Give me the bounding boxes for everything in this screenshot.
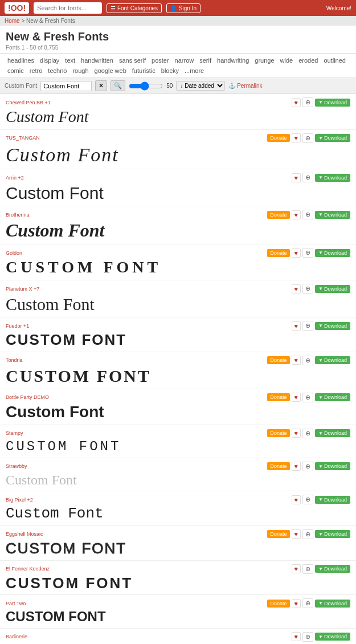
category-tab-display[interactable]: display bbox=[38, 56, 61, 64]
font-name-link[interactable]: Goldon bbox=[6, 250, 22, 256]
donate-button[interactable]: Donate bbox=[267, 530, 289, 538]
zip-button[interactable]: ⊕ bbox=[302, 462, 313, 471]
donate-button[interactable]: Donate bbox=[267, 462, 289, 470]
category-tab-text[interactable]: text bbox=[63, 56, 77, 64]
download-button[interactable]: Download bbox=[315, 633, 350, 641]
download-button[interactable]: Download bbox=[315, 496, 350, 504]
donate-button[interactable]: Donate bbox=[267, 356, 289, 364]
category-tab-poster[interactable]: poster bbox=[150, 56, 171, 64]
favorite-button[interactable]: ♥ bbox=[292, 98, 301, 107]
font-name-link[interactable]: Fuedor bbox=[6, 323, 22, 329]
zip-button[interactable]: ⊕ bbox=[302, 495, 313, 504]
font-name-link[interactable]: Tondria bbox=[6, 357, 23, 363]
favorite-button[interactable]: ♥ bbox=[292, 632, 301, 641]
category-tab-outlined[interactable]: outlined bbox=[322, 56, 347, 64]
download-button[interactable]: Download bbox=[315, 249, 350, 257]
favorite-button[interactable]: ♥ bbox=[292, 356, 301, 365]
zip-button[interactable]: ⊕ bbox=[302, 248, 313, 258]
category-tab-handwritten[interactable]: handwritten bbox=[79, 56, 115, 64]
download-button[interactable]: Download bbox=[315, 565, 350, 573]
category-tab-serif[interactable]: serif bbox=[198, 56, 213, 64]
search-input[interactable] bbox=[34, 2, 102, 14]
zip-button[interactable]: ⊕ bbox=[302, 97, 313, 107]
favorite-button[interactable]: ♥ bbox=[292, 599, 301, 608]
zip-button[interactable]: ⊕ bbox=[302, 598, 313, 608]
favorite-button[interactable]: ♥ bbox=[292, 321, 301, 331]
zip-button[interactable]: ⊕ bbox=[302, 133, 313, 143]
search-button[interactable]: 🔍 bbox=[111, 80, 125, 91]
zip-button[interactable]: ⊕ bbox=[302, 632, 313, 642]
category-tab-retro[interactable]: retro bbox=[28, 67, 44, 75]
font-name-link[interactable]: Badinerie bbox=[6, 634, 27, 639]
category-tab-wide[interactable]: wide bbox=[279, 56, 295, 64]
download-button[interactable]: Download bbox=[315, 174, 350, 182]
category-tab-eroded[interactable]: eroded bbox=[297, 56, 320, 64]
download-button[interactable]: Download bbox=[315, 429, 350, 437]
favorite-button[interactable]: ♥ bbox=[292, 495, 301, 504]
favorite-button[interactable]: ♥ bbox=[292, 248, 301, 258]
favorite-button[interactable]: ♥ bbox=[292, 429, 301, 438]
font-name-link[interactable]: Eggshell Mosaic bbox=[6, 531, 43, 537]
category-tab-google-web[interactable]: google web bbox=[93, 67, 128, 75]
category-tab-rough[interactable]: rough bbox=[71, 67, 90, 75]
category-tab-headlines[interactable]: headlines bbox=[6, 56, 36, 64]
donate-button[interactable]: Donate bbox=[267, 134, 289, 142]
font-name-link[interactable]: TUS_TANGAN bbox=[6, 135, 40, 141]
favorite-button[interactable]: ♥ bbox=[292, 133, 301, 142]
size-slider[interactable] bbox=[129, 81, 163, 91]
zip-button[interactable]: ⊕ bbox=[302, 393, 313, 402]
category-tab-futuristic[interactable]: futuristic bbox=[130, 67, 157, 75]
breadcrumb-home[interactable]: Home bbox=[5, 18, 20, 24]
zip-button[interactable]: ⊕ bbox=[302, 210, 313, 219]
download-button[interactable]: Download bbox=[315, 393, 350, 401]
favorite-button[interactable]: ♥ bbox=[292, 284, 301, 294]
download-button[interactable]: Download bbox=[315, 322, 350, 330]
permalink-link[interactable]: ⚓ Permalink bbox=[228, 83, 262, 89]
sort-select[interactable]: ↓ Date added ↑ Date added Alphabetical bbox=[176, 81, 225, 91]
download-button[interactable]: Download bbox=[315, 600, 350, 608]
donate-button[interactable]: Donate bbox=[267, 600, 289, 608]
font-categories-button[interactable]: ☰ Font Categories bbox=[107, 3, 162, 13]
preview-text-input[interactable] bbox=[40, 81, 92, 91]
favorite-button[interactable]: ♥ bbox=[292, 173, 301, 182]
category-tab-techno[interactable]: techno bbox=[46, 67, 68, 75]
favorite-button[interactable]: ♥ bbox=[292, 529, 301, 539]
font-name-link[interactable]: Big Pixel bbox=[6, 497, 26, 503]
zip-button[interactable]: ⊕ bbox=[302, 529, 313, 539]
zip-button[interactable]: ⊕ bbox=[302, 564, 313, 574]
category-tab-handwriting[interactable]: handwriting bbox=[215, 56, 251, 64]
donate-button[interactable]: Donate bbox=[267, 429, 289, 437]
sign-in-button[interactable]: 👤 Sign In bbox=[166, 3, 200, 13]
donate-button[interactable]: Donate bbox=[267, 211, 289, 219]
category-tab-grunge[interactable]: grunge bbox=[253, 56, 276, 64]
favorite-button[interactable]: ♥ bbox=[292, 564, 301, 573]
zip-button[interactable]: ⊕ bbox=[302, 284, 313, 294]
zip-button[interactable]: ⊕ bbox=[302, 173, 313, 182]
download-button[interactable]: Download bbox=[315, 99, 350, 107]
category-tab-comic[interactable]: comic bbox=[6, 67, 26, 75]
zip-button[interactable]: ⊕ bbox=[302, 429, 313, 438]
download-button[interactable]: Download bbox=[315, 462, 350, 470]
category-tab-...more[interactable]: ...more bbox=[183, 67, 206, 75]
donate-button[interactable]: Donate bbox=[267, 249, 289, 257]
font-name-link[interactable]: Strawbby bbox=[6, 463, 27, 469]
font-name-link[interactable]: El Fenner Kondenz bbox=[6, 566, 50, 572]
donate-button[interactable]: Donate bbox=[267, 393, 289, 401]
zip-button[interactable]: ⊕ bbox=[302, 321, 313, 331]
font-name-link[interactable]: Stampy bbox=[6, 430, 23, 436]
font-name-link[interactable]: Bottle Party DEMO bbox=[6, 394, 49, 400]
favorite-button[interactable]: ♥ bbox=[292, 210, 301, 219]
font-name-link[interactable]: Planetum X bbox=[6, 286, 32, 292]
download-button[interactable]: Download bbox=[315, 285, 350, 293]
font-name-link[interactable]: Arrin bbox=[6, 175, 17, 181]
font-name-link[interactable]: Brotherina bbox=[6, 212, 30, 218]
download-button[interactable]: Download bbox=[315, 134, 350, 142]
favorite-button[interactable]: ♥ bbox=[292, 393, 301, 402]
font-name-link[interactable]: Part Two bbox=[6, 601, 26, 606]
download-button[interactable]: Download bbox=[315, 211, 350, 219]
category-tab-narrow[interactable]: narrow bbox=[173, 56, 196, 64]
download-button[interactable]: Download bbox=[315, 356, 350, 364]
reset-button[interactable]: ✕ bbox=[95, 80, 107, 91]
category-tab-blocky[interactable]: blocky bbox=[159, 67, 181, 75]
download-button[interactable]: Download bbox=[315, 530, 350, 538]
